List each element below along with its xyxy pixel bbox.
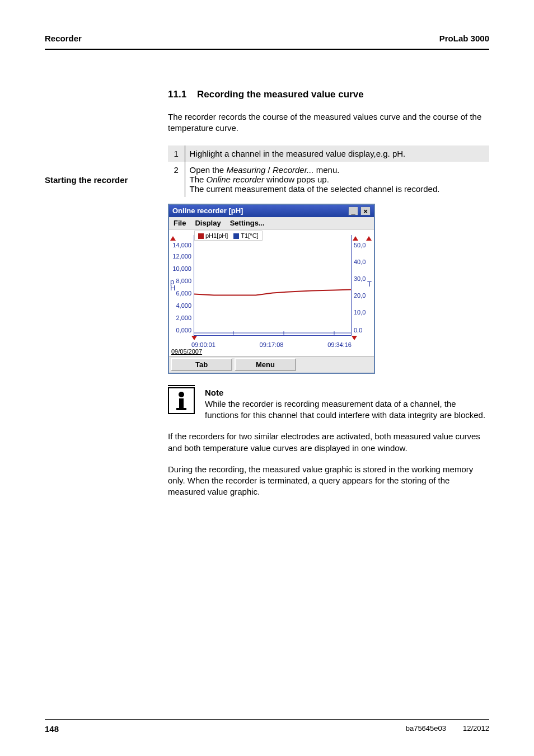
x-axis-labels: 09:00:01 09:17:08 09:34:16 bbox=[169, 341, 374, 348]
triangle-up-icon bbox=[366, 236, 372, 241]
tick-label: 2,000 bbox=[176, 314, 191, 321]
legend-swatch-blue bbox=[233, 233, 239, 239]
section-intro: The recorder records the course of the m… bbox=[168, 111, 489, 134]
axis-label-t: T bbox=[367, 280, 372, 288]
tick-label: 50,0 bbox=[354, 242, 366, 248]
triangle-down-icon bbox=[352, 336, 357, 340]
step-number: 1 bbox=[168, 145, 185, 162]
info-icon bbox=[168, 387, 195, 414]
plot-area[interactable]: pH1[pH] T1[°C] bbox=[194, 235, 352, 336]
tick-label: 12,000 bbox=[172, 253, 191, 260]
tick-label: 40,0 bbox=[354, 259, 366, 265]
section-heading: 11.1 Recording the measured value curve bbox=[168, 89, 489, 100]
triangle-up-icon bbox=[170, 236, 176, 241]
triangle-down-icon bbox=[191, 336, 197, 340]
tick-label: 20,0 bbox=[354, 292, 366, 299]
page-header: Recorder ProLab 3000 bbox=[45, 34, 489, 50]
legend-label: T1[°C] bbox=[241, 232, 258, 239]
tick-label: 10,0 bbox=[354, 309, 366, 316]
footer-doc-id: ba75645e03 bbox=[406, 724, 446, 734]
step-text-fragment: The current measurement data of the sele… bbox=[190, 184, 440, 194]
y-axis-left: pH 14,000 12,000 10,000 8,000 6,000 4,00… bbox=[169, 229, 194, 341]
side-label-starting-recorder: Starting the recorder bbox=[45, 175, 162, 185]
x-tick-label: 09:34:16 bbox=[327, 341, 352, 348]
legend-entry-t: T1[°C] bbox=[233, 232, 258, 239]
tick-label: 10,000 bbox=[172, 265, 191, 272]
tick-label: 14,000 bbox=[172, 242, 191, 248]
steps-table: 1 Highlight a channel in the measured va… bbox=[168, 145, 489, 197]
window-title: Online recorder [pH] bbox=[172, 206, 243, 215]
series-line-ph bbox=[194, 289, 351, 295]
step-text-italic: Measuring bbox=[226, 165, 265, 175]
step-text-fragment: menu. bbox=[314, 165, 340, 175]
step-text-fragment: window pops up. bbox=[264, 175, 329, 184]
tick-label: 0,0 bbox=[354, 327, 362, 334]
legend-label: pH1[pH] bbox=[205, 232, 228, 239]
chart-svg bbox=[194, 235, 351, 335]
chart-legend: pH1[pH] T1[°C] bbox=[194, 231, 263, 241]
step-number: 2 bbox=[168, 162, 185, 197]
step-text-italic: Recorder... bbox=[273, 165, 314, 175]
tick-label: 30,0 bbox=[354, 275, 366, 282]
step-text-fragment: Open the bbox=[190, 165, 227, 175]
menu-settings[interactable]: Settings... bbox=[226, 217, 269, 229]
tab-button[interactable]: Tab bbox=[171, 358, 232, 371]
chart-date: 09/05/2007 bbox=[169, 348, 374, 356]
page-number: 148 bbox=[45, 724, 59, 734]
paragraph-storage: During the recording, the measured value… bbox=[168, 464, 489, 498]
tick-label: 6,000 bbox=[176, 290, 191, 297]
axis-label-ph: pH bbox=[170, 279, 175, 292]
window-titlebar[interactable]: Online recorder [pH] _ × bbox=[169, 205, 374, 217]
menu-button[interactable]: Menu bbox=[235, 358, 296, 371]
note-text: Note While the recorder is recording mea… bbox=[205, 387, 489, 421]
step-text: Highlight a channel in the measured valu… bbox=[185, 145, 489, 162]
step-text-fragment: / bbox=[265, 165, 273, 175]
step-text: Open the Measuring / Recorder... menu. T… bbox=[185, 162, 489, 197]
window-menubar: File Display Settings... bbox=[169, 217, 374, 229]
triangle-up-icon bbox=[353, 236, 358, 241]
section-title: Recording the measured value curve bbox=[197, 89, 364, 100]
window-bottom-buttons: Tab Menu bbox=[169, 356, 374, 373]
footer-date: 12/2012 bbox=[463, 724, 489, 734]
close-button[interactable]: × bbox=[360, 206, 371, 215]
x-tick-label: 09:17:08 bbox=[260, 341, 284, 348]
header-left: Recorder bbox=[45, 34, 82, 43]
menu-display[interactable]: Display bbox=[190, 217, 225, 229]
legend-swatch-red bbox=[198, 233, 204, 239]
section-number: 11.1 bbox=[168, 89, 186, 100]
main-column: 11.1 Recording the measured value curve … bbox=[168, 89, 489, 498]
header-right: ProLab 3000 bbox=[439, 34, 489, 43]
window-buttons: _ × bbox=[348, 206, 371, 215]
tick-label: 4,000 bbox=[176, 302, 191, 309]
page: Recorder ProLab 3000 Starting the record… bbox=[0, 0, 534, 756]
chart-area: pH 14,000 12,000 10,000 8,000 6,000 4,00… bbox=[169, 229, 374, 341]
table-row: 2 Open the Measuring / Recorder... menu.… bbox=[168, 162, 489, 197]
tick-label: 0,000 bbox=[176, 327, 191, 334]
note-body: While the recorder is recording measurem… bbox=[205, 398, 489, 421]
x-tick-label: 09:00:01 bbox=[191, 341, 216, 348]
left-margin-column: Starting the recorder bbox=[45, 89, 168, 498]
online-recorder-window: Online recorder [pH] _ × File Display Se… bbox=[168, 204, 375, 374]
minimize-button[interactable]: _ bbox=[348, 206, 358, 215]
table-row: 1 Highlight a channel in the measured va… bbox=[168, 145, 489, 162]
y-axis-right: T 50,0 40,0 30,0 20,0 10,0 0,0 bbox=[352, 229, 374, 341]
tick-label: 8,000 bbox=[176, 278, 191, 284]
paragraph-two-electrodes: If the recorders for two similar electro… bbox=[168, 431, 489, 454]
footer-right: ba75645e03 12/2012 bbox=[406, 724, 489, 734]
note-title: Note bbox=[205, 387, 489, 398]
note-block: Note While the recorder is recording mea… bbox=[168, 387, 489, 421]
legend-entry-ph: pH1[pH] bbox=[198, 232, 228, 239]
page-footer: 148 ba75645e03 12/2012 bbox=[45, 719, 489, 734]
step-text-italic: Online recorder bbox=[207, 175, 264, 184]
menu-file[interactable]: File bbox=[169, 217, 190, 229]
step-text-fragment: The bbox=[190, 175, 207, 184]
content-area: Starting the recorder 11.1 Recording the… bbox=[45, 89, 489, 498]
